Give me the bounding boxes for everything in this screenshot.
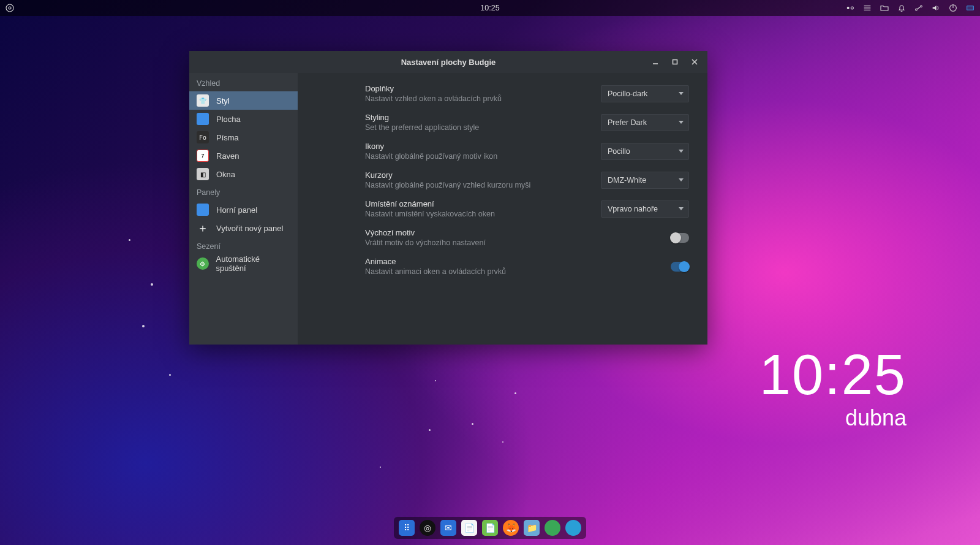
dropdown-value: Prefer Dark	[608, 118, 647, 127]
setting-row-animations: Animace Nastavit animaci oken a ovládací…	[365, 257, 689, 276]
setting-desc: Nastavit globálně používaný vzhled kurzo…	[365, 181, 582, 189]
dock-app-terminal[interactable]	[545, 520, 560, 536]
dock-app-menu[interactable]: ⠿	[399, 520, 415, 536]
dock-app-writer[interactable]: 📄	[482, 520, 498, 536]
sidebar-item-label: Vytvořit nový panel	[216, 224, 283, 233]
tshirt-icon: 👕	[197, 94, 209, 107]
font-icon: Fo	[197, 131, 209, 143]
setting-row-styling: Styling Set the preferred application st…	[365, 113, 689, 132]
setting-title: Výchozí motiv	[365, 228, 652, 237]
chevron-down-icon	[679, 150, 684, 153]
svg-point-9	[921, 6, 922, 7]
svg-point-0	[6, 4, 13, 12]
default-theme-toggle[interactable]	[671, 233, 689, 243]
dock-app-files[interactable]: 📁	[524, 520, 540, 536]
network-icon[interactable]	[914, 3, 924, 13]
svg-point-1	[9, 7, 11, 9]
menu-icon[interactable]	[862, 3, 872, 13]
sidebar-item-label: Písma	[216, 133, 239, 142]
folder-icon[interactable]	[880, 3, 889, 13]
widgets-theme-dropdown[interactable]: Pocillo-dark	[601, 85, 689, 102]
dock-app-text[interactable]: 📄	[461, 520, 477, 536]
notif-position-dropdown[interactable]: Vpravo nahoře	[601, 200, 689, 218]
dock-app-software[interactable]	[565, 520, 581, 536]
dock-app-mail[interactable]: ✉	[440, 520, 456, 536]
setting-desc: Nastavit globálně používaný motiv ikon	[365, 152, 582, 161]
cursors-dropdown[interactable]: DMZ-White	[601, 172, 689, 189]
setting-title: Ikony	[365, 142, 582, 151]
sidebar-item-plocha[interactable]: Plocha	[189, 110, 298, 128]
svg-point-8	[916, 9, 918, 10]
calendar-icon: 7	[197, 150, 209, 162]
sidebar-item-vytvorit-panel[interactable]: ＋ Vytvořit nový panel	[189, 219, 298, 237]
setting-title: Kurzory	[365, 170, 582, 180]
budgie-settings-window: Nastavení plochy Budgie Vzhled 👕 Styl Pl…	[189, 51, 707, 345]
setting-title: Animace	[365, 257, 652, 266]
window-titlebar[interactable]: Nastavení plochy Budgie	[189, 51, 707, 73]
wallpaper-star	[502, 441, 503, 443]
svg-point-2	[847, 7, 850, 9]
plus-icon: ＋	[197, 222, 209, 234]
wallpaper-star	[435, 380, 436, 381]
window-close-button[interactable]	[685, 53, 704, 71]
desktop-clock-widget: 10:25 dubna	[760, 346, 907, 431]
window-minimize-button[interactable]	[646, 53, 665, 71]
dock-app-budgie[interactable]: ◎	[420, 520, 435, 536]
sidebar-item-autospusteni[interactable]: ⚙ Automatické spuštění	[189, 254, 298, 273]
sidebar-item-raven[interactable]: 7 Raven	[189, 147, 298, 165]
wallpaper-star	[472, 423, 473, 425]
wallpaper-star	[169, 374, 171, 376]
top-panel: 10:25	[0, 0, 980, 16]
svg-rect-13	[967, 6, 974, 10]
setting-title: Doplňky	[365, 84, 582, 93]
sidebar-item-horni-panel[interactable]: Horní panel	[189, 200, 298, 219]
panel-icon	[197, 204, 209, 216]
windows-icon: ◧	[197, 168, 209, 180]
sidebar-item-okna[interactable]: ◧ Okna	[189, 165, 298, 183]
dock-app-firefox[interactable]: 🦊	[503, 520, 519, 536]
setting-row-notif: Umístění oznámení Nastavit umístění vysk…	[365, 199, 689, 218]
svg-line-10	[917, 7, 920, 9]
setting-desc: Vrátit motiv do výchozího nastavení	[365, 238, 652, 247]
wallpaper-star	[129, 239, 130, 241]
volume-icon[interactable]	[931, 3, 941, 13]
icons-dropdown[interactable]: Pocillo	[601, 143, 689, 160]
setting-title: Umístění oznámení	[365, 199, 582, 208]
dropdown-value: DMZ-White	[608, 176, 646, 185]
chevron-down-icon	[679, 92, 684, 95]
setting-row-default-theme: Výchozí motiv Vrátit motiv do výchozího …	[365, 228, 689, 247]
panel-clock[interactable]: 10:25	[480, 4, 499, 12]
setting-row-cursors: Kurzory Nastavit globálně používaný vzhl…	[365, 170, 689, 189]
setting-desc: Set the preferred application style	[365, 123, 582, 132]
setting-row-icons: Ikony Nastavit globálně používaný motiv …	[365, 142, 689, 161]
setting-desc: Nastavit umístění vyskakovacích oken	[365, 210, 582, 218]
dropdown-value: Pocillo	[608, 147, 630, 156]
settings-sidebar: Vzhled 👕 Styl Plocha Fo Písma 7 Raven	[189, 73, 298, 345]
desktop-clock-date: dubna	[760, 405, 907, 431]
wallpaper-star	[429, 429, 431, 431]
autostart-icon: ⚙	[197, 257, 209, 270]
wallpaper-star	[151, 283, 153, 286]
budgie-menu-icon[interactable]	[5, 3, 15, 13]
chevron-down-icon	[679, 121, 684, 124]
styling-dropdown[interactable]: Prefer Dark	[601, 114, 689, 131]
keyboard-indicator-icon[interactable]	[965, 3, 975, 13]
window-title: Nastavení plochy Budgie	[401, 58, 496, 67]
sidebar-item-styl[interactable]: 👕 Styl	[189, 91, 298, 110]
sidebar-item-pisma[interactable]: Fo Písma	[189, 128, 298, 147]
chevron-down-icon	[679, 178, 684, 181]
desktop: 10:25	[0, 0, 980, 545]
sidebar-section-session: Sezení	[189, 237, 298, 254]
wallpaper-star	[514, 392, 516, 394]
workspace-indicator-icon[interactable]	[845, 3, 855, 13]
desktop-clock-time: 10:25	[760, 346, 907, 403]
animations-toggle[interactable]	[671, 262, 689, 272]
sidebar-section-appearance: Vzhled	[189, 74, 298, 91]
bell-icon[interactable]	[897, 3, 907, 13]
power-icon[interactable]	[948, 3, 958, 13]
window-maximize-button[interactable]	[666, 53, 684, 71]
sidebar-item-label: Raven	[216, 151, 239, 161]
wallpaper-star	[142, 325, 145, 327]
sidebar-item-label: Horní panel	[216, 205, 257, 215]
svg-point-3	[851, 7, 853, 9]
